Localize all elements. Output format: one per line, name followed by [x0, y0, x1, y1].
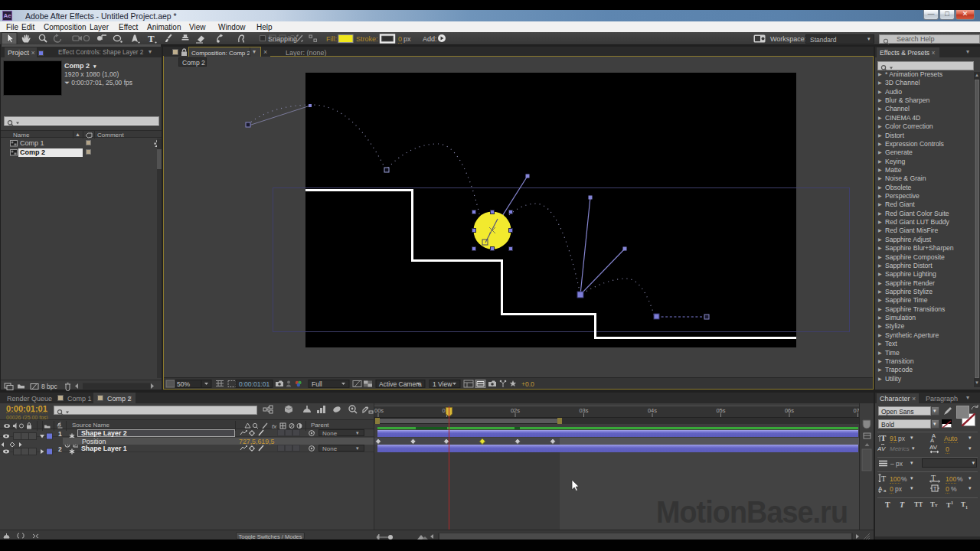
- svg-text::00s: :00s: [374, 407, 384, 414]
- svg-text:04s: 04s: [648, 407, 657, 414]
- svg-text:T: T: [880, 433, 887, 442]
- svg-text:AV: AV: [929, 444, 938, 451]
- svg-text:AV: AV: [877, 445, 886, 452]
- svg-text:T: T: [148, 33, 155, 44]
- svg-text:T: T: [881, 474, 886, 483]
- svg-text:06s: 06s: [785, 407, 794, 414]
- svg-text:07s: 07s: [853, 407, 859, 414]
- svg-text:T: T: [931, 474, 936, 482]
- svg-text:03s: 03s: [579, 407, 588, 414]
- svg-text:T: T: [933, 486, 937, 491]
- svg-text:A: A: [878, 485, 883, 492]
- svg-text:05s: 05s: [716, 407, 725, 414]
- svg-text:a: a: [884, 488, 887, 493]
- svg-text:A: A: [930, 437, 934, 443]
- svg-text:02s: 02s: [511, 407, 520, 414]
